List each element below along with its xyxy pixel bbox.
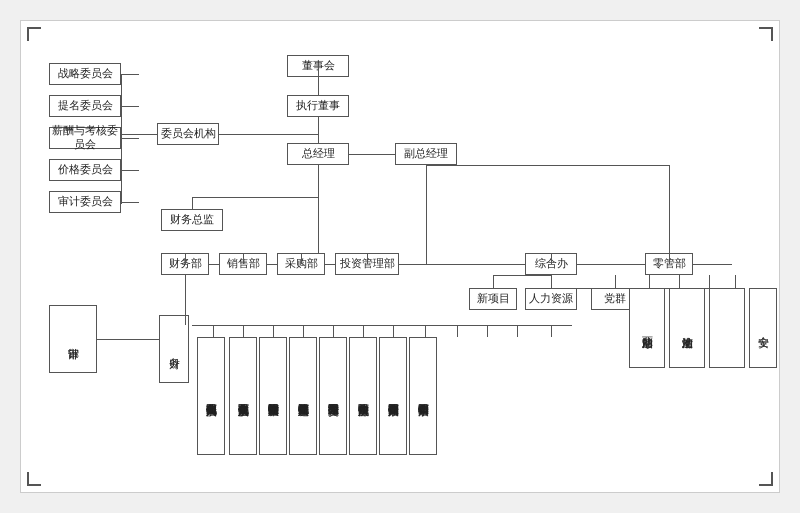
box-chongqing-chu: 重庆储汇江运石化销售有限公司 [289,337,317,455]
line-sc3 [273,325,274,337]
line-xinxiang-v [493,275,494,288]
box-chongqing-bai: 重庆百川滇化石油气有限公司 [229,337,257,455]
line-xincheng-h [121,138,139,139]
line-committee-weiyuan [121,134,157,135]
box-taowei [709,288,745,368]
line-sc6 [363,325,364,337]
box-shenji-w: 审计委员会 [49,191,121,213]
page: 战略委员会 提名委员会 薪酬与考核委员会 价格委员会 审计委员会 委员会机构 董… [20,20,780,493]
line-sc2 [243,325,244,337]
line-top-right [426,165,669,166]
box-sichuan-zhong: 四川中宇石油销售有限公司 [409,337,437,455]
box-caiwu-zong: 财务总监 [161,209,223,231]
box-shanghai: 上海储汇国际贸易有限公司 [319,337,347,455]
box-sichuan-guo: 四川国储川东石油销售有限公司 [379,337,407,455]
line-zongli-caiwu-zong [192,197,318,198]
line-dangjun-h [551,288,639,289]
line-xinxiang-h [493,275,551,276]
line-fuzong-down [426,165,427,264]
line-ling-tuwan-v [679,275,680,288]
line-sc9 [457,325,458,337]
line-dongshi-zhixing [318,77,319,95]
line-ling-taowei-v [709,275,710,288]
org-chart: 战略委员会 提名委员会 薪酬与考核委员会 价格委员会 审计委员会 委员会机构 董… [35,35,765,478]
box-zhixing: 执行董事 [287,95,349,117]
line-caiwu-s-v [185,275,186,325]
line-xiaoshou-v [243,253,244,264]
box-tuwan: 土湾加油站 [669,288,705,368]
box-sichuan-bai: 四川白川滇化石油气有限公司 [197,337,225,455]
line-renly-v [551,275,552,288]
line-weiyuan-dongshi [219,134,318,135]
line-timing-h [121,106,139,107]
line-ling-xipeng-v [649,275,650,288]
line-sc8 [425,325,426,337]
box-weiyuan: 委员会机构 [157,123,219,145]
line-left-committee-v [121,74,122,204]
line-caiwu-bu-v [185,253,186,264]
line-jiage-h [121,170,139,171]
box-renly: 人力资源 [525,288,577,310]
line-fuzong-right [669,165,670,264]
box-anquan: 安全 [749,288,777,368]
box-zongli: 总经理 [287,143,349,165]
line-zongli-down [318,165,319,197]
line-zhanlue-h [121,74,139,75]
line-sc5 [333,325,334,337]
box-jiage: 价格委员会 [49,159,121,181]
line-caiwu-zong-v [192,197,193,209]
box-timing: 提名委员会 [49,95,121,117]
box-xincheng: 薪酬与考核委员会 [49,127,121,149]
line-sc4 [303,325,304,337]
line-touzi-v [367,253,368,264]
box-zhanlue: 战略委员会 [49,63,121,85]
box-chongqing-shi: 重庆市储汇国际物资销售有限公司 [259,337,287,455]
line-caigou-v [301,253,302,264]
box-xipeng: 西彭加油站 [629,288,665,368]
line-ling-anquan-v [735,275,736,288]
box-shenji-bu: 审计部 [49,305,97,373]
line-dangjun-v [615,275,616,288]
box-xinxiang: 新项目 [469,288,517,310]
line-shenji-w-h [121,202,139,203]
line-zongli-fuzong [349,154,395,155]
line-sub-companies-h [192,325,572,326]
line-sc12 [551,325,552,337]
line-zonghe-v [551,253,552,264]
line-sc11 [517,325,518,337]
line-sc1 [213,325,214,337]
box-fuzong: 副总经理 [395,143,457,165]
line-sc10 [487,325,488,337]
line-zhixing-zongli [318,117,319,143]
line-sc7 [393,325,394,337]
box-chongqing-xi: 重庆西部物流有限公司 [349,337,377,455]
box-caiwu-s: 财务 [159,315,189,383]
